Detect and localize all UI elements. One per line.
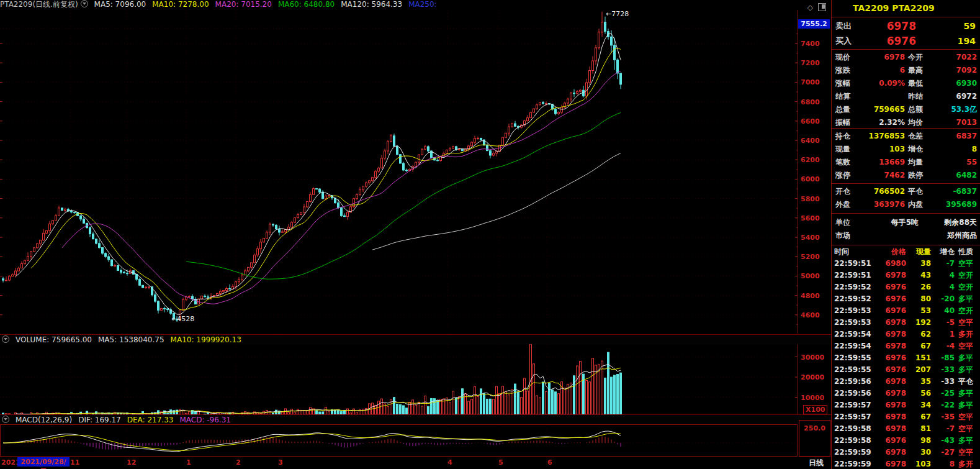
period-selector[interactable]: 日线 [809,458,824,468]
tick-position-change: 8 [931,458,955,469]
tick-position-change: -27 [931,447,955,458]
ma60-value: MA60: 6480.80 [278,0,335,9]
field-value: 759665 [855,103,905,116]
time-axis-month-label: 1 [186,457,191,468]
tick-row[interactable]: 22:59:57697867-35空平 [832,411,980,423]
time-axis-month-label: 12 [127,457,136,468]
time-axis: 2021年 2021/09/28/二 1112123456 [0,457,831,469]
price-axis-label: 5600 [801,214,820,222]
order-qty: 59 [925,19,976,34]
tick-position-change: 4 [931,281,955,293]
tick-row[interactable]: 22:59:5969781038多开 [832,458,980,469]
tick-price: 6978 [871,447,906,458]
tick-row[interactable]: 22:59:556976151-85多平 [832,352,980,364]
field-value: 766502 [855,185,905,198]
flow-row: 开仓766502平仓-6837 [832,185,980,198]
field-value: -6837 [927,185,977,198]
field-value: 6930 [927,77,977,90]
field-value: 6482 [927,169,977,182]
quote-row: 总量759665总额53.3亿 [832,103,980,116]
tick-price: 6980 [871,258,906,270]
field-label: 总量 [835,103,850,116]
collapse-icon[interactable] [2,335,9,343]
field-value: 6972 [927,90,977,103]
tick-row[interactable]: 22:59:51698038-7空平 [832,258,980,270]
tick-volume: 43 [907,270,931,281]
tick-time: 22:59:58 [834,435,871,447]
tick-nature: 平仓 [958,376,973,388]
macd-pane-header: MACD(12,26,9)DIF: 169.17DEA: 217.33MACD:… [0,414,831,425]
tick-time: 22:59:57 [834,399,871,411]
time-axis-month-label: 6 [547,457,552,468]
tick-position-change: -20 [931,293,955,305]
volume-chart[interactable]: 300002000010000 [0,344,831,414]
symbol-title[interactable]: PTA2209(日线.前复权) [0,0,78,9]
field-label: 昨结 [908,90,923,103]
tick-position-change: -22 [931,399,955,411]
field-label: 市场 [835,229,850,242]
ask-row: 卖出697859 [832,19,980,34]
tick-position-change: 4 [931,270,955,281]
macd-chart[interactable] [0,424,831,457]
volume-ma10: MA10: 1999920.13 [171,335,241,344]
contract-title[interactable]: TA2209 PTA2209 [832,0,980,17]
quote-row: 涨跌6最高7092 [832,64,980,77]
tick-position-change: -43 [931,435,955,447]
tick-nature: 空平 [958,340,973,352]
tick-time: 22:59:55 [834,352,871,364]
quote-panel: TA2209 PTA2209 时间价格现量增仓性质 卖出697859买入6976… [831,0,980,469]
tick-time: 22:59:58 [834,423,871,435]
tick-price: 6978 [871,411,906,423]
volume-pane-header: VOLUME: 759665.00MA5: 1538040.75MA10: 19… [0,334,831,345]
volume-axis-label: 10000 [801,394,825,402]
field-label: 增仓 [908,143,923,156]
field-value: 7013 [927,116,977,129]
field-label: 开仓 [835,185,850,198]
tick-row[interactable]: 22:59:56697856-25多平 [832,388,980,399]
tick-row[interactable]: 22:59:58697698-43多平 [832,435,980,447]
tick-row[interactable]: 22:59:54697867-4空平 [832,340,980,352]
tick-row[interactable]: 22:59:526976264空开 [832,281,980,293]
tick-price: 6978 [871,423,906,435]
tick-row[interactable]: 22:59:556976207-33多平 [832,364,980,376]
tick-row[interactable]: 22:59:546978621多开 [832,329,980,340]
tick-row[interactable]: 22:59:58697881-7空平 [832,423,980,435]
ma20-value: MA20: 7015.20 [215,0,272,9]
tick-price: 6978 [871,317,906,329]
quote-row: 振幅2.32%均价7013 [832,116,980,129]
collapse-icon[interactable] [81,0,88,7]
time-axis-month-label: 4 [447,457,452,468]
field-value: 7462 [855,169,905,182]
field-value: 6 [855,64,905,77]
tick-row[interactable]: 22:59:52697680-20多平 [832,293,980,305]
tick-price: 6976 [871,281,906,293]
col-header: 现量 [907,247,931,257]
ma10-value: MA10: 7278.00 [152,0,209,9]
tick-time: 22:59:59 [834,447,871,458]
tick-nature: 空平 [958,423,973,435]
ma250-value: MA250: [408,0,437,9]
info-row: 市场郑州商品 [832,229,980,242]
tick-nature: 多平 [958,399,973,411]
field-value: 7092 [927,64,977,77]
tick-row[interactable]: 22:59:536978192-5空平 [832,317,980,329]
tick-row[interactable]: 22:59:59697830-27空平 [832,447,980,458]
ma5-value: MA5: 7096.00 [94,0,146,9]
candlestick-chart[interactable]: 7400720070006800660064006200600058005600… [0,10,831,334]
order-label: 卖出 [835,19,852,34]
tick-row[interactable]: 22:59:56697835-33平仓 [832,376,980,388]
tick-row[interactable]: 22:59:516978434空开 [832,270,980,281]
tick-volume: 192 [907,317,931,329]
tick-volume: 98 [907,435,931,447]
collapse-icon[interactable] [2,416,9,423]
field-value: 363976 [855,198,905,211]
tick-row[interactable]: 22:59:57697834-22多平 [832,399,980,411]
macd-value: MACD: -96.31 [179,416,231,424]
tick-volume: 207 [907,364,931,376]
field-value: 1376853 [855,130,905,143]
tick-row[interactable]: 22:59:5369765340空开 [832,305,980,317]
tick-time: 22:59:56 [834,376,871,388]
tick-time: 22:59:54 [834,340,871,352]
tick-time: 22:59:57 [834,411,871,423]
position-row: 现量103增仓8 [832,143,980,156]
